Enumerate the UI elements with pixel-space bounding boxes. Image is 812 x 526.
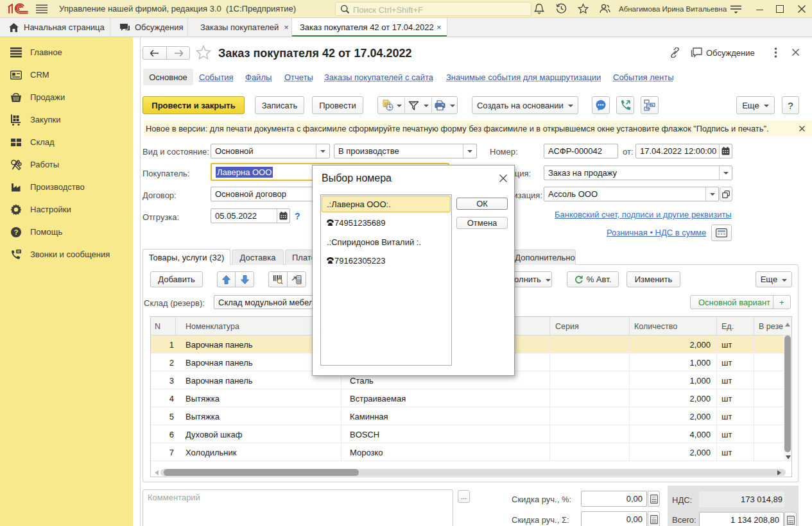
svg-text:?: ? [14, 228, 19, 236]
